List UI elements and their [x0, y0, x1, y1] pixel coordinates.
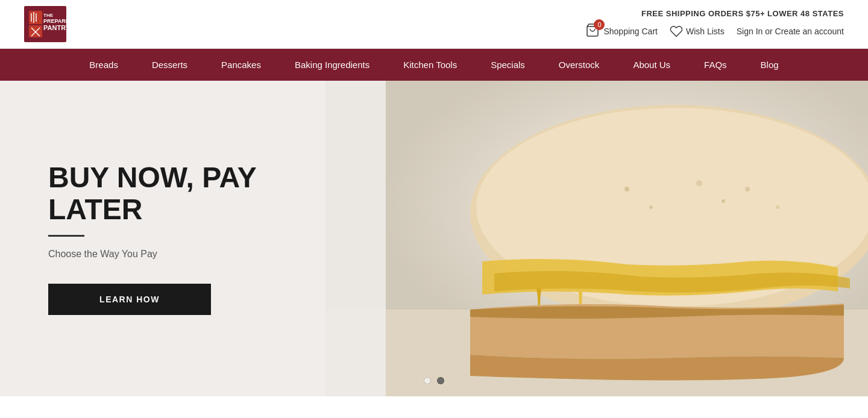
nav-item-specials[interactable]: Specials: [474, 49, 542, 81]
nav-item-breads[interactable]: Breads: [72, 49, 135, 81]
svg-point-19: [696, 180, 702, 186]
svg-text:PREPARED: PREPARED: [43, 18, 66, 24]
wishlist-button[interactable]: Wish Lists: [670, 25, 725, 38]
nav-item-blog[interactable]: Blog: [744, 49, 796, 81]
svg-point-20: [722, 199, 725, 203]
svg-text:THE: THE: [43, 13, 54, 18]
hero-image: [326, 81, 868, 396]
logo[interactable]: THE PREPARED PANTRY: [24, 6, 71, 42]
shipping-notice: FREE SHIPPING ORDERS $75+ LOWER 48 STATE…: [641, 9, 844, 18]
hero-divider: [48, 235, 84, 237]
cart-label: Shopping Cart: [603, 27, 658, 36]
svg-point-17: [624, 187, 629, 192]
auth-or: or: [763, 27, 775, 36]
cart-icon-wrap: 0: [585, 23, 600, 39]
cart-button[interactable]: 0 Shopping Cart: [585, 23, 658, 39]
auth-links: Sign In or Create an account: [737, 27, 844, 36]
slide-dot-2[interactable]: [437, 377, 444, 384]
svg-point-18: [649, 205, 653, 209]
nav-item-desserts[interactable]: Desserts: [135, 49, 204, 81]
heart-icon: [670, 25, 683, 38]
top-bar: THE PREPARED PANTRY FREE SHIPPING ORDERS…: [0, 0, 868, 49]
sign-in-link[interactable]: Sign In: [737, 27, 763, 36]
hero-cta-button[interactable]: LEARN HOW: [48, 284, 211, 315]
hero-title: BUY NOW, PAY LATER: [48, 162, 338, 226]
nav-item-baking-ingredients[interactable]: Baking Ingredients: [278, 49, 386, 81]
create-account-link[interactable]: Create an account: [775, 27, 844, 36]
hero-content: BUY NOW, PAY LATER Choose the Way You Pa…: [0, 81, 386, 396]
svg-point-21: [745, 187, 750, 192]
nav-item-overstock[interactable]: Overstock: [542, 49, 617, 81]
slide-dots: [424, 377, 444, 384]
svg-point-22: [776, 205, 779, 209]
nav-item-pancakes[interactable]: Pancakes: [204, 49, 278, 81]
nav-item-about-us[interactable]: About Us: [616, 49, 687, 81]
main-nav: BreadsDessertsPancakesBaking Ingredients…: [0, 49, 868, 81]
top-right: FREE SHIPPING ORDERS $75+ LOWER 48 STATE…: [585, 9, 844, 39]
svg-text:PANTRY: PANTRY: [43, 24, 66, 31]
nav-item-faqs[interactable]: FAQs: [687, 49, 744, 81]
top-actions: 0 Shopping Cart Wish Lists Sign In or Cr…: [585, 23, 844, 39]
slide-dot-1[interactable]: [424, 377, 431, 384]
hero-subtitle: Choose the Way You Pay: [48, 249, 338, 260]
logo-icon: THE PREPARED PANTRY: [24, 6, 66, 42]
nav-item-kitchen-tools[interactable]: Kitchen Tools: [386, 49, 474, 81]
wishlist-label: Wish Lists: [686, 27, 725, 36]
hero-section: BUY NOW, PAY LATER Choose the Way You Pa…: [0, 81, 868, 396]
